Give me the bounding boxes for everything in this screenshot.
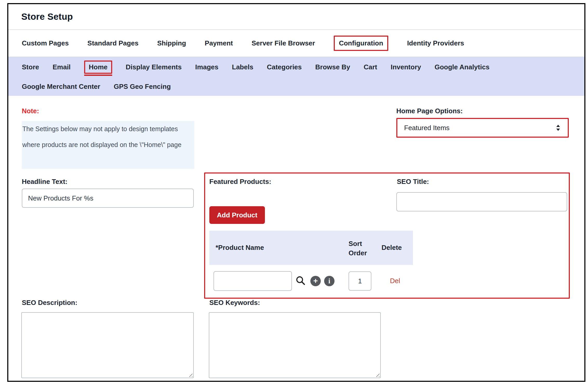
headline-text-input[interactable] bbox=[22, 189, 194, 208]
tab-identity-providers[interactable]: Identity Providers bbox=[407, 39, 464, 47]
tab-server-file-browser[interactable]: Server File Browser bbox=[252, 39, 315, 47]
store-setup-window: Store Setup Custom Pages Standard Pages … bbox=[7, 3, 585, 382]
main-tab-bar: Custom Pages Standard Pages Shipping Pay… bbox=[22, 29, 464, 57]
subtab-gps-geo-fencing[interactable]: GPS Geo Fencing bbox=[114, 83, 171, 91]
product-name-input[interactable] bbox=[213, 271, 292, 291]
page-title: Store Setup bbox=[21, 11, 73, 22]
search-icon[interactable] bbox=[295, 275, 306, 286]
note-text: The Settings below may not apply to desi… bbox=[22, 121, 194, 169]
seo-title-label: SEO Title: bbox=[397, 178, 429, 186]
headline-text-label: Headline Text: bbox=[22, 178, 68, 186]
sort-order-column-header: Sort Order bbox=[349, 239, 377, 258]
subtab-labels[interactable]: Labels bbox=[232, 63, 253, 71]
sub-tab-row-1: Store Email Home Display Elements Images… bbox=[22, 57, 490, 77]
seo-keywords-wrap bbox=[209, 312, 381, 378]
plus-circle-icon[interactable]: + bbox=[310, 276, 321, 286]
product-name-column-header: *Product Name bbox=[216, 244, 264, 252]
home-page-options-select[interactable]: Featured Items bbox=[396, 118, 569, 138]
note-label: Note: bbox=[22, 107, 39, 115]
sub-tab-bar: Store Email Home Display Elements Images… bbox=[8, 57, 584, 96]
home-page-options-value: Featured Items bbox=[404, 124, 450, 132]
tab-payment[interactable]: Payment bbox=[205, 39, 233, 47]
subtab-browse-by[interactable]: Browse By bbox=[315, 63, 350, 71]
up-down-arrows-icon bbox=[555, 124, 562, 132]
seo-description-textarea[interactable] bbox=[21, 312, 194, 378]
seo-description-wrap bbox=[21, 312, 194, 378]
seo-description-label: SEO Description: bbox=[22, 299, 77, 307]
subtab-images[interactable]: Images bbox=[195, 63, 218, 71]
add-product-button[interactable]: Add Product bbox=[209, 206, 265, 224]
subtab-google-analytics[interactable]: Google Analytics bbox=[435, 63, 489, 71]
tab-standard-pages[interactable]: Standard Pages bbox=[88, 39, 139, 47]
tab-configuration[interactable]: Configuration bbox=[334, 36, 388, 51]
featured-products-panel: Featured Products: SEO Title: Add Produc… bbox=[204, 172, 570, 299]
seo-keywords-label: SEO Keywords: bbox=[209, 299, 260, 307]
seo-title-input[interactable] bbox=[396, 192, 567, 211]
home-page-options-label: Home Page Options: bbox=[396, 107, 463, 115]
info-circle-icon[interactable]: i bbox=[324, 276, 335, 286]
seo-keywords-textarea[interactable] bbox=[209, 312, 381, 378]
subtab-email[interactable]: Email bbox=[52, 63, 70, 71]
delete-column-header: Delete bbox=[382, 244, 402, 252]
subtab-categories[interactable]: Categories bbox=[267, 63, 302, 71]
subtab-store[interactable]: Store bbox=[22, 63, 39, 71]
featured-products-label: Featured Products: bbox=[209, 178, 271, 186]
subtab-display-elements[interactable]: Display Elements bbox=[126, 63, 182, 71]
featured-products-table-header: *Product Name Sort Order Delete bbox=[209, 231, 413, 265]
subtab-cart[interactable]: Cart bbox=[364, 63, 377, 71]
sort-order-input[interactable] bbox=[349, 271, 371, 291]
delete-row-link[interactable]: Del bbox=[381, 277, 409, 285]
subtab-google-merchant-center[interactable]: Google Merchant Center bbox=[22, 83, 100, 91]
subtab-home[interactable]: Home bbox=[84, 61, 112, 74]
sub-tab-row-2: Google Merchant Center GPS Geo Fencing bbox=[22, 77, 171, 96]
subtab-inventory[interactable]: Inventory bbox=[391, 63, 421, 71]
tab-custom-pages[interactable]: Custom Pages bbox=[22, 39, 69, 47]
tab-shipping[interactable]: Shipping bbox=[157, 39, 186, 47]
